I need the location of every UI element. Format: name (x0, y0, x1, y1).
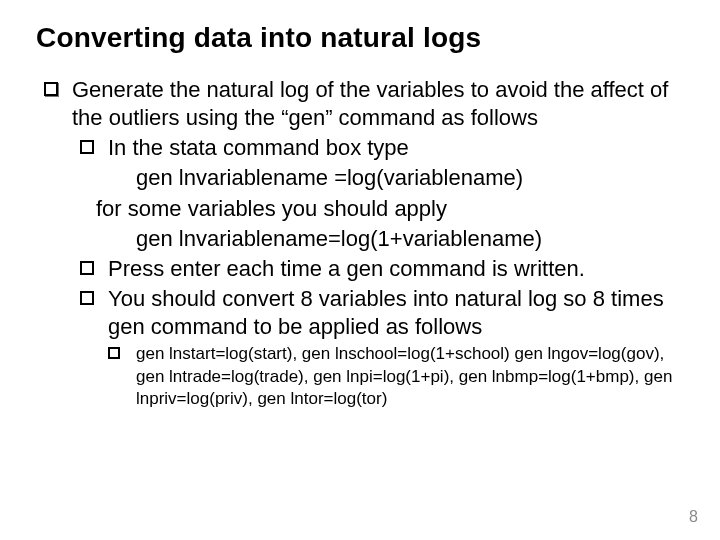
commands-text: gen lnstart=log(start), gen lnschool=log… (136, 344, 672, 407)
bullet-text: for some variables you should apply (96, 196, 447, 221)
slide: Converting data into natural logs Genera… (0, 0, 720, 540)
code-text: gen lnvariablename=log(1+variablename) (136, 226, 542, 251)
square-bullet-icon (80, 140, 94, 154)
bullet-text: You should convert 8 variables into natu… (108, 286, 664, 339)
code-line: gen lnvariablename=log(1+variablename) (36, 225, 690, 253)
slide-title: Converting data into natural logs (36, 22, 690, 54)
square-bullet-icon (80, 261, 94, 275)
bullet-lvl1: Generate the natural log of the variable… (36, 76, 690, 132)
bullet-continuation: for some variables you should apply (36, 195, 690, 223)
bullet-lvl3-small: gen lnstart=log(start), gen lnschool=log… (36, 343, 690, 409)
bullet-lvl2: Press enter each time a gen command is w… (36, 255, 690, 283)
page-number: 8 (689, 508, 698, 526)
bullet-lvl2: In the stata command box type (36, 134, 690, 162)
code-line: gen lnvariablename =log(variablename) (36, 164, 690, 192)
bullet-text: In the stata command box type (108, 135, 409, 160)
square-bullet-icon (108, 347, 120, 359)
bullet-text: Generate the natural log of the variable… (72, 77, 668, 130)
square-bullet-icon (44, 82, 58, 96)
square-bullet-icon (80, 291, 94, 305)
bullet-text: Press enter each time a gen command is w… (108, 256, 585, 281)
bullet-lvl2: You should convert 8 variables into natu… (36, 285, 690, 341)
code-text: gen lnvariablename =log(variablename) (136, 165, 523, 190)
